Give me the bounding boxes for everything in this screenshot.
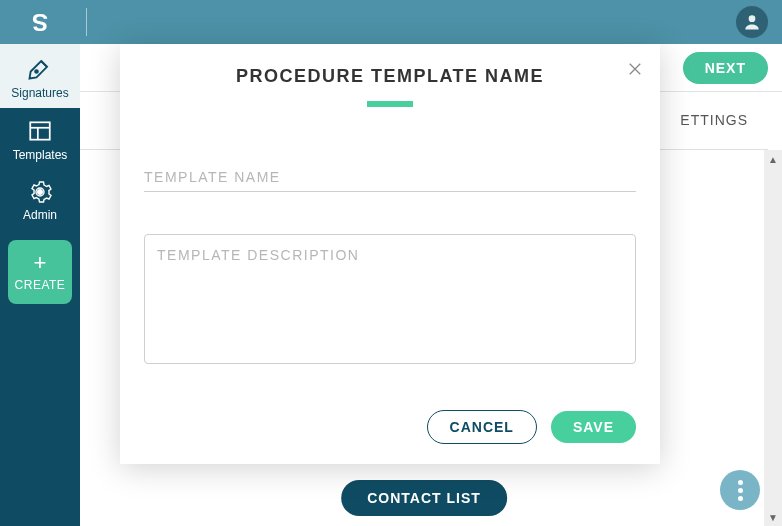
template-name-modal: PROCEDURE TEMPLATE NAME CANCEL SAVE	[120, 44, 660, 464]
modal-actions: CANCEL SAVE	[427, 410, 636, 444]
scroll-up-arrow-icon[interactable]: ▲	[764, 150, 782, 168]
gear-icon	[0, 180, 80, 204]
contact-list-button[interactable]: CONTACT LIST	[341, 480, 507, 516]
sidebar-item-templates[interactable]: Templates	[0, 108, 80, 170]
user-icon	[742, 12, 762, 32]
topbar	[80, 0, 782, 44]
logo-area: S	[0, 0, 80, 44]
save-button[interactable]: SAVE	[551, 411, 636, 443]
next-button[interactable]: NEXT	[683, 52, 768, 84]
svg-point-4	[37, 189, 43, 195]
next-button-label: NEXT	[705, 60, 746, 76]
layout-icon	[0, 118, 80, 144]
sidebar: S Signatures Templates	[0, 0, 80, 526]
vertical-dots-icon	[738, 488, 743, 493]
template-description-input[interactable]	[144, 234, 636, 364]
sidebar-item-signatures[interactable]: Signatures	[0, 44, 80, 108]
tab-settings-partial[interactable]: ETTINGS	[680, 112, 748, 128]
svg-point-0	[35, 70, 38, 73]
contact-list-label: CONTACT LIST	[367, 490, 481, 506]
more-actions-fab[interactable]	[720, 470, 760, 510]
pen-nib-icon	[0, 54, 80, 82]
sidebar-item-label: Signatures	[11, 86, 68, 100]
create-button-label: CREATE	[15, 278, 66, 292]
vertical-dots-icon	[738, 480, 743, 485]
vertical-dots-icon	[738, 496, 743, 501]
close-button[interactable]	[626, 60, 644, 82]
scroll-down-arrow-icon[interactable]: ▼	[764, 508, 782, 526]
profile-avatar[interactable]	[736, 6, 768, 38]
sidebar-item-label: Admin	[23, 208, 57, 222]
close-icon	[626, 60, 644, 78]
cancel-button[interactable]: CANCEL	[427, 410, 537, 444]
svg-point-5	[749, 15, 756, 22]
template-name-input[interactable]	[144, 163, 636, 192]
svg-rect-1	[30, 122, 50, 139]
sidebar-item-admin[interactable]: Admin	[0, 170, 80, 230]
scrollbar[interactable]: ▲ ▼	[764, 150, 782, 526]
modal-title: PROCEDURE TEMPLATE NAME	[144, 66, 636, 87]
create-button[interactable]: + CREATE	[8, 240, 72, 304]
cancel-button-label: CANCEL	[450, 419, 514, 435]
sidebar-item-label: Templates	[13, 148, 68, 162]
topbar-divider	[86, 8, 87, 36]
logo-icon: S	[32, 8, 48, 36]
modal-title-underline	[367, 101, 413, 107]
plus-icon: +	[34, 252, 47, 274]
save-button-label: SAVE	[573, 419, 614, 435]
